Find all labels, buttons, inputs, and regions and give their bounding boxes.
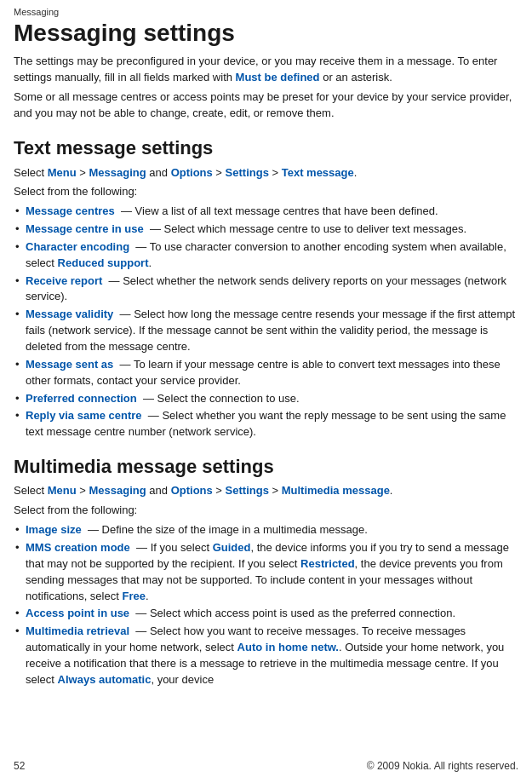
breadcrumb: Messaging [14, 7, 518, 17]
text-message-heading: Text message settings [14, 137, 518, 159]
list-item: MMS creation mode — If you select Guided… [14, 540, 518, 604]
must-be-defined-label: Must be defined [236, 71, 320, 83]
list-item: Message sent as — To learn if your messa… [14, 357, 518, 389]
list-item: Image size — Define the size of the imag… [14, 522, 518, 538]
text-message-select-from: Select from the following: [14, 184, 518, 200]
multimedia-message-heading: Multimedia message settings [14, 456, 518, 478]
multimedia-select-from: Select from the following: [14, 503, 518, 519]
list-item: Access point in use — Select which acces… [14, 606, 518, 622]
multimedia-select-line: Select Menu > Messaging and Options > Se… [14, 483, 518, 499]
copyright: © 2009 Nokia. All rights reserved. [367, 760, 518, 772]
list-item: Message centres — View a list of all tex… [14, 204, 518, 220]
page-number: 52 [14, 760, 25, 772]
intro-paragraph-2: Some or all message centres or access po… [14, 89, 518, 122]
text-message-list: Message centres — View a list of all tex… [14, 204, 518, 440]
list-item: Character encoding — To use character co… [14, 239, 518, 272]
list-item-preferred-connection: Preferred connection — Select the connec… [14, 391, 518, 407]
list-item: Message validity — Select how long the m… [14, 307, 518, 355]
list-item: Multimedia retrieval — Select how you wa… [14, 624, 518, 688]
page-title: Messaging settings [14, 20, 518, 47]
list-item: Receive report — Select whether the netw… [14, 273, 518, 306]
multimedia-message-list: Image size — Define the size of the imag… [14, 522, 518, 688]
intro-paragraph-1: The settings may be preconfigured in you… [14, 54, 518, 86]
footer: 52 © 2009 Nokia. All rights reserved. [0, 755, 532, 777]
list-item: Reply via same centre — Select whether y… [14, 408, 518, 440]
text-message-select-line: Select Menu > Messaging and Options > Se… [14, 165, 518, 181]
list-item: Message centre in use — Select which mes… [14, 222, 518, 238]
